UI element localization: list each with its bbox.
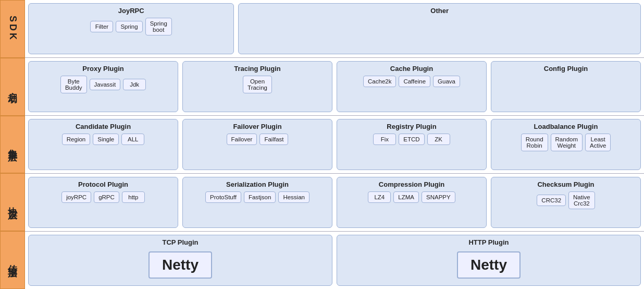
main-container: SDK 启动 集群层 协议层 传输层 JoyRPC Filter Spring … <box>0 0 644 289</box>
registry-plugin-title: Registry Plugin <box>387 123 436 130</box>
item-bytebuddy: ByteBuddy <box>60 76 87 93</box>
item-failover: Failover <box>227 134 257 145</box>
item-jdk: Jdk <box>123 79 146 90</box>
tracing-plugin-box: Tracing Plugin OpenTracing <box>182 61 332 112</box>
item-randomweight: RandomWeight <box>551 134 583 151</box>
item-guava: Guava <box>433 76 460 87</box>
item-protostuff: ProtoStuff <box>205 191 241 203</box>
proxy-plugin-items: ByteBuddy Javassit Jdk <box>60 76 146 93</box>
checksum-plugin-box: Checksum Plugin CRC32 NativeCrc32 <box>491 177 641 228</box>
item-lzma: LZMA <box>393 191 419 203</box>
item-filter: Filter <box>90 21 113 32</box>
registry-plugin-box: Registry Plugin Fix ETCD ZK <box>337 119 487 170</box>
protocol-plugin-title: Protocol Plugin <box>78 180 128 188</box>
item-javassit: Javassit <box>90 79 121 90</box>
config-plugin-title: Config Plugin <box>544 65 588 73</box>
item-lz4: LZ4 <box>368 191 391 203</box>
item-hessian: Hessian <box>278 191 309 203</box>
compression-plugin-box: Compression Plugin LZ4 LZMA SNAPPY <box>337 177 487 228</box>
item-roundrobin: RoundRobin <box>521 134 548 151</box>
row-sdk: JoyRPC Filter Spring Springboot Other <box>25 0 644 58</box>
proxy-plugin-box: Proxy Plugin ByteBuddy Javassit Jdk <box>28 61 178 112</box>
tracing-plugin-items: OpenTracing <box>243 76 272 93</box>
candidate-plugin-box: Candidate Plugin Region Single ALL <box>28 119 178 170</box>
item-grpc: gRPC <box>94 191 119 203</box>
item-crc32: CRC32 <box>537 195 566 206</box>
tcp-plugin-items: Netty <box>148 249 212 279</box>
joyrpc-items: Filter Spring Springboot <box>90 18 172 35</box>
item-single: Single <box>93 134 119 145</box>
other-box: Other <box>238 3 641 54</box>
item-region: Region <box>62 134 90 145</box>
row-sdk-inner: JoyRPC Filter Spring Springboot Other <box>25 0 644 57</box>
row-startup: Proxy Plugin ByteBuddy Javassit Jdk Trac… <box>25 58 644 116</box>
loadbalance-plugin-box: Loadbalance Plugin RoundRobin RandomWeig… <box>491 119 641 170</box>
content-area: JoyRPC Filter Spring Springboot Other <box>25 0 644 289</box>
protocol-plugin-box: Protocol Plugin joyRPC gRPC http <box>28 177 178 228</box>
proxy-plugin-title: Proxy Plugin <box>82 65 123 73</box>
item-spring: Spring <box>116 21 142 32</box>
cache-plugin-items: Cache2k Caffeine Guava <box>363 76 460 87</box>
row-protocol-inner: Protocol Plugin joyRPC gRPC http Seriali… <box>25 174 644 231</box>
http-plugin-title: HTTP Plugin <box>468 238 509 246</box>
cache-plugin-box: Cache Plugin Cache2k Caffeine Guava <box>337 61 487 112</box>
failover-plugin-items: Failover Failfast <box>227 134 289 145</box>
joyrpc-box: JoyRPC Filter Spring Springboot <box>28 3 234 54</box>
item-zk: ZK <box>427 134 450 145</box>
registry-plugin-items: Fix ETCD ZK <box>373 134 450 145</box>
candidate-plugin-items: Region Single ALL <box>62 134 144 145</box>
joyrpc-title: JoyRPC <box>118 7 144 15</box>
http-plugin-box: HTTP Plugin Netty <box>337 235 641 286</box>
item-netty-tcp: Netty <box>148 251 212 279</box>
serialization-plugin-items: ProtoStuff Fastjson Hessian <box>205 191 309 203</box>
item-cache2k: Cache2k <box>363 76 396 87</box>
protocol-plugin-items: joyRPC gRPC http <box>61 191 145 203</box>
compression-plugin-items: LZ4 LZMA SNAPPY <box>368 191 455 203</box>
http-plugin-items: Netty <box>457 249 521 279</box>
failover-plugin-box: Failover Plugin Failover Failfast <box>182 119 332 170</box>
item-netty-http: Netty <box>457 251 521 279</box>
sidebar-transport: 传输层 <box>0 231 25 289</box>
row-transport: TCP Plugin Netty HTTP Plugin Netty <box>25 232 644 289</box>
row-cluster: Candidate Plugin Region Single ALL Failo… <box>25 116 644 174</box>
item-joyrpc: joyRPC <box>61 191 91 203</box>
cache-plugin-title: Cache Plugin <box>390 65 433 73</box>
item-failfast: Failfast <box>259 134 288 145</box>
item-opentracing: OpenTracing <box>243 76 272 93</box>
failover-plugin-title: Failover Plugin <box>233 123 281 130</box>
row-protocol: Protocol Plugin joyRPC gRPC http Seriali… <box>25 174 644 232</box>
item-nativecrc32: NativeCrc32 <box>568 191 595 209</box>
tracing-plugin-title: Tracing Plugin <box>234 65 281 73</box>
config-plugin-box: Config Plugin <box>491 61 641 112</box>
checksum-plugin-items: CRC32 NativeCrc32 <box>537 191 595 209</box>
item-all: ALL <box>121 134 144 145</box>
sidebar: SDK 启动 集群层 协议层 传输层 <box>0 0 25 289</box>
item-etcd: ETCD <box>399 134 424 145</box>
checksum-plugin-title: Checksum Plugin <box>537 180 594 188</box>
tcp-plugin-title: TCP Plugin <box>162 238 198 246</box>
row-transport-inner: TCP Plugin Netty HTTP Plugin Netty <box>25 232 644 289</box>
row-startup-inner: Proxy Plugin ByteBuddy Javassit Jdk Trac… <box>25 58 644 115</box>
other-title: Other <box>430 7 449 15</box>
sidebar-cluster: 集群层 <box>0 116 25 174</box>
sidebar-sdk: SDK <box>0 0 25 58</box>
serialization-plugin-box: Serialization Plugin ProtoStuff Fastjson… <box>182 177 332 228</box>
serialization-plugin-title: Serialization Plugin <box>226 180 289 188</box>
loadbalance-plugin-title: Loadbalance Plugin <box>534 123 598 130</box>
row-cluster-inner: Candidate Plugin Region Single ALL Failo… <box>25 116 644 173</box>
candidate-plugin-title: Candidate Plugin <box>76 123 131 130</box>
item-spring-boot: Springboot <box>145 18 172 35</box>
compression-plugin-title: Compression Plugin <box>379 180 444 188</box>
loadbalance-plugin-items: RoundRobin RandomWeight LeastActive <box>521 134 611 151</box>
item-leastactive: LeastActive <box>585 134 611 151</box>
tcp-plugin-box: TCP Plugin Netty <box>28 235 332 286</box>
item-snappy: SNAPPY <box>422 191 455 203</box>
item-caffeine: Caffeine <box>399 76 430 87</box>
sidebar-startup: 启动 <box>0 58 25 116</box>
item-fastjson: Fastjson <box>244 191 276 203</box>
item-http: http <box>122 191 145 203</box>
item-fix: Fix <box>373 134 396 145</box>
sidebar-protocol: 协议层 <box>0 173 25 231</box>
